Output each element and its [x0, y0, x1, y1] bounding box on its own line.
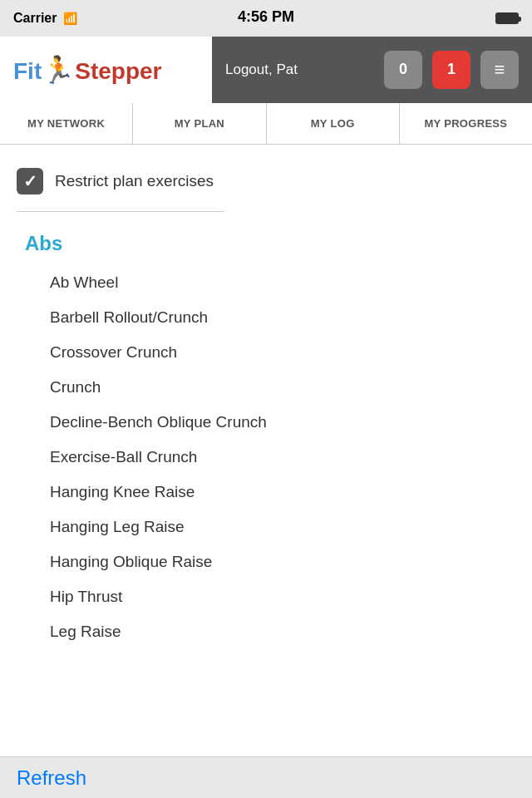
badge-1-button[interactable]: 1 — [432, 51, 470, 89]
checkmark-icon: ✓ — [23, 171, 37, 191]
logo-stepper: Stepper — [75, 58, 161, 84]
exercise-hanging-knee[interactable]: Hanging Knee Raise — [0, 475, 532, 510]
nav-tabs: MY NETWORK MY PLAN MY LOG MY PROGRESS — [0, 103, 532, 145]
exercise-crossover-crunch[interactable]: Crossover Crunch — [0, 335, 532, 370]
exercise-ab-wheel[interactable]: Ab Wheel — [0, 265, 532, 300]
restrict-label: Restrict plan exercises — [55, 172, 214, 190]
badge-0-button[interactable]: 0 — [384, 51, 422, 89]
bottom-bar: Refresh — [0, 756, 532, 798]
category-abs: Abs — [0, 229, 532, 265]
logout-text: Logout, Pat — [225, 62, 374, 78]
restrict-area: ✓ Restrict plan exercises — [0, 145, 532, 208]
tab-my-progress[interactable]: MY PROGRESS — [400, 103, 532, 144]
exercise-crunch[interactable]: Crunch — [0, 370, 532, 405]
content: ✓ Restrict plan exercises Abs Ab Wheel B… — [0, 145, 532, 798]
header: Fit🏃Stepper Logout, Pat 0 1 ≡ — [0, 37, 532, 103]
exercise-hanging-leg[interactable]: Hanging Leg Raise — [0, 510, 532, 544]
header-right: Logout, Pat 0 1 ≡ — [212, 37, 532, 103]
exercise-exercise-ball[interactable]: Exercise-Ball Crunch — [0, 440, 532, 475]
tab-my-plan[interactable]: MY PLAN — [133, 103, 266, 144]
exercise-leg-raise[interactable]: Leg Raise — [0, 614, 532, 649]
status-bar: Carrier 📶 4:56 PM — [0, 0, 532, 37]
exercise-hip-thrust[interactable]: Hip Thrust — [0, 579, 532, 614]
exercise-hanging-oblique[interactable]: Hanging Oblique Raise — [0, 544, 532, 579]
logo-area: Fit🏃Stepper — [0, 37, 212, 103]
logo-fit: Fit — [13, 58, 42, 84]
logo: Fit🏃Stepper — [13, 54, 161, 86]
battery-area — [495, 12, 519, 24]
exercise-barbell-rollout[interactable]: Barbell Rollout/Crunch — [0, 300, 532, 335]
tab-my-network[interactable]: MY NETWORK — [0, 103, 133, 144]
restrict-checkbox[interactable]: ✓ — [17, 168, 43, 195]
menu-button[interactable]: ≡ — [480, 51, 519, 89]
exercise-decline-bench[interactable]: Decline-Bench Oblique Crunch — [0, 405, 532, 440]
tab-my-log[interactable]: MY LOG — [267, 103, 400, 144]
carrier-name: Carrier — [13, 11, 57, 26]
exercise-list: Abs Ab Wheel Barbell Rollout/Crunch Cros… — [0, 212, 532, 666]
wifi-icon: 📶 — [63, 12, 77, 25]
refresh-button[interactable]: Refresh — [17, 766, 86, 790]
status-time: 4:56 PM — [238, 8, 294, 26]
logo-figure: 🏃 — [42, 55, 75, 85]
carrier-info: Carrier 📶 — [13, 11, 77, 26]
battery-icon — [495, 12, 519, 24]
